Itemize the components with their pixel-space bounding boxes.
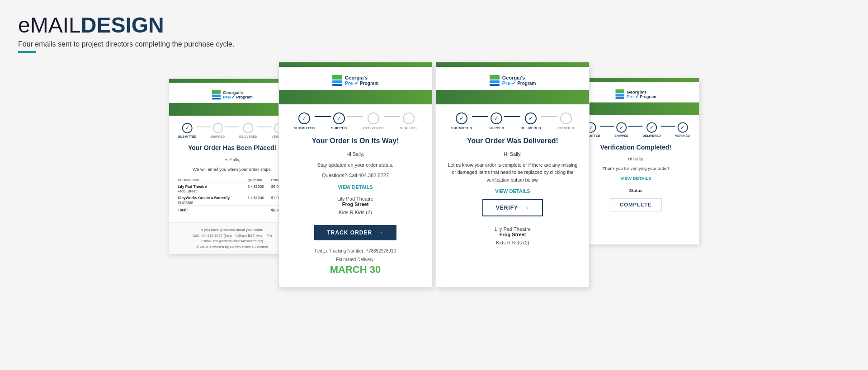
card-body-2: Your Order Is On Its Way! Hi Sally, Stay… bbox=[279, 132, 432, 283]
step-verified-3: VERIFIED bbox=[557, 112, 574, 130]
card-header-band-1 bbox=[169, 79, 296, 83]
card-logo-area-1: Georgia's Pre-✔ Program bbox=[169, 83, 296, 103]
step-shipped-2: ✓ SHIPPED bbox=[331, 112, 347, 130]
card-location-3: Lily Pad Theatre Frog Street bbox=[445, 226, 580, 237]
logo-icon-2 bbox=[332, 75, 342, 86]
line-2-3 bbox=[225, 126, 239, 127]
step-submitted-2: ✓ SUBMITTED bbox=[294, 112, 315, 130]
step-label-verified-2: VERIFIED bbox=[400, 126, 417, 130]
step-shipped-3: ✓ SHIPPED bbox=[488, 112, 504, 130]
verify-label: VERIFY bbox=[496, 205, 518, 211]
step-circle-delivered-4: ✓ bbox=[646, 122, 657, 133]
card-main-title-4: Verification Completed! bbox=[580, 143, 691, 151]
line-3-4-done-4 bbox=[661, 126, 675, 126]
card-main-title-1: Your Order Has Been Placed! bbox=[177, 144, 288, 152]
title-bold: DESIGN bbox=[81, 13, 164, 37]
card-body-line2-2: Questions? Call 404.382.8727 bbox=[288, 172, 423, 180]
logo-prek-1: Pre-✔ Program bbox=[223, 94, 253, 99]
view-details-link-2[interactable]: VIEW DETAILS bbox=[338, 184, 373, 190]
logo-text-3: Georgia's Pre-✔ Program bbox=[502, 75, 536, 86]
footer-copy: © 2019. Powered by Communities 4 Childre… bbox=[173, 244, 291, 250]
logo-4: Georgia's Pre-✔ Program bbox=[615, 89, 656, 98]
logo-block-darkblue-4 bbox=[615, 97, 624, 99]
logo-block-green-3 bbox=[490, 75, 500, 80]
step-label-delivered-4: DELIVERED bbox=[643, 134, 661, 138]
fedex-tracking: FedEx Tracking Number: 778352978910 bbox=[288, 248, 423, 253]
step-label-shipped-2: SHIPPED bbox=[331, 126, 347, 130]
card-body-text-4: Thank you for verifying your order! bbox=[580, 165, 691, 172]
page-subtitle: Four emails sent to project directors co… bbox=[18, 40, 850, 48]
card-body-text-3: Let us know your order is complete or if… bbox=[445, 161, 580, 184]
logo-prek-3: Pre-✔ Program bbox=[502, 80, 536, 86]
card-green-band-1 bbox=[169, 103, 296, 116]
card-greeting-3: Hi Sally, bbox=[445, 150, 580, 159]
verify-button[interactable]: VERIFY → bbox=[482, 199, 543, 216]
emails-container: Georgia's Pre-✔ Program ✓ SUBMITTED SHIP… bbox=[18, 66, 850, 292]
step-label-delivered-1: DELIVERED bbox=[239, 135, 257, 138]
logo-text-1: Georgia's Pre-✔ Program bbox=[223, 90, 253, 99]
view-details-link-3[interactable]: VIEW DETAILS bbox=[495, 188, 530, 194]
progress-tracker-3: ✓ SUBMITTED ✓ SHIPPED ✓ DELIVERED VERIFI… bbox=[436, 104, 589, 132]
item-qty-2: 1 x $1000 bbox=[247, 195, 270, 206]
card-org-3: Kids R Kids (2) bbox=[445, 240, 580, 245]
email-card-delivered: Georgia's Pre-✔ Program ✓ SUBMITTED ✓ SH… bbox=[436, 62, 590, 288]
step-label-verified-4: VERIFIED bbox=[675, 134, 690, 138]
step-circle-verified-2 bbox=[403, 112, 415, 124]
logo-text-2: Georgia's Pre-✔ Program bbox=[345, 75, 379, 86]
logo-3: Georgia's Pre-✔ Program bbox=[490, 75, 536, 86]
logo-block-blue-4 bbox=[615, 94, 624, 96]
step-circle-shipped-2: ✓ bbox=[333, 112, 345, 124]
step-verified-2: VERIFIED bbox=[400, 112, 417, 130]
card-body-text-1: We will email you when your order ships. bbox=[177, 166, 288, 173]
card-main-title-3: Your Order Was Delivered! bbox=[445, 136, 580, 145]
track-order-button[interactable]: TRACK ORDER → bbox=[314, 225, 396, 240]
table-row: Lily Pad Theatre Frog Street 5 x $1000 $… bbox=[177, 183, 288, 195]
card-green-band-4 bbox=[572, 103, 699, 115]
step-circle-verified-3 bbox=[560, 112, 572, 124]
line-3-4-b bbox=[384, 116, 400, 117]
step-circle-delivered-1 bbox=[243, 123, 254, 133]
line-2-3-done-4 bbox=[628, 126, 643, 126]
status-badge: COMPLETE bbox=[610, 198, 662, 211]
total-row: Total: $6,000 bbox=[177, 206, 288, 214]
step-submitted-3: ✓ SUBMITTED bbox=[451, 112, 472, 130]
step-circle-shipped-1 bbox=[212, 123, 223, 133]
line-3-4 bbox=[257, 126, 272, 127]
step-label-delivered-2: DELIVERED bbox=[363, 126, 384, 130]
logo-block-darkblue-2 bbox=[332, 84, 342, 86]
logo-block-green-2 bbox=[332, 75, 342, 80]
logo-program-3: Program bbox=[517, 81, 536, 86]
step-circle-verified-4: ✓ bbox=[677, 122, 688, 133]
item-name-2: ClayWorks Create a Butterfly KraftMart bbox=[177, 195, 246, 206]
col-header-curriculum: Curriculums bbox=[177, 177, 246, 183]
step-shipped-1: SHIPPED bbox=[211, 123, 225, 138]
step-submitted-1: ✓ SUBMITTED bbox=[178, 123, 197, 138]
step-circle-delivered-3: ✓ bbox=[525, 112, 537, 124]
footer-line-1: If you have questions about your order: bbox=[173, 227, 291, 233]
step-circle-submitted-3: ✓ bbox=[456, 112, 467, 124]
step-label-delivered-3: DELIVERED bbox=[520, 126, 541, 130]
step-circle-submitted-1: ✓ bbox=[182, 123, 193, 133]
title-underline bbox=[18, 51, 36, 53]
card-green-band-3 bbox=[436, 90, 589, 104]
card-header-band-4 bbox=[572, 78, 699, 82]
estimated-delivery-label: Estimated Delivery: bbox=[288, 257, 423, 262]
progress-tracker-1: ✓ SUBMITTED SHIPPED DELIVERED VERIFIED bbox=[169, 116, 296, 140]
step-label-verified-3: VERIFIED bbox=[557, 126, 574, 130]
logo-block-darkblue-3 bbox=[490, 84, 500, 86]
card-logo-area-2: Georgia's Pre-✔ Program bbox=[279, 67, 432, 90]
line-3-4-3 bbox=[541, 116, 557, 117]
order-table-1: Curriculums Quantity Price Lily Pad Thea… bbox=[177, 177, 288, 214]
col-header-quantity: Quantity bbox=[247, 177, 270, 183]
verify-arrow-icon: → bbox=[524, 205, 529, 211]
logo-program-2: Program bbox=[360, 81, 378, 86]
card-greeting-1: Hi Sally, bbox=[177, 156, 288, 163]
view-details-link-4[interactable]: VIEW DETAILS bbox=[620, 176, 651, 181]
step-circle-shipped-3: ✓ bbox=[491, 112, 502, 124]
card-green-band-2 bbox=[279, 90, 432, 104]
logo-georgia-1: Georgia's bbox=[223, 90, 253, 95]
card-greeting-4: Hi Sally, bbox=[580, 156, 691, 163]
card-main-title-2: Your Order Is On Its Way! bbox=[288, 136, 423, 145]
logo-georgia-2: Georgia's bbox=[345, 75, 379, 80]
step-delivered-3: ✓ DELIVERED bbox=[520, 112, 541, 130]
